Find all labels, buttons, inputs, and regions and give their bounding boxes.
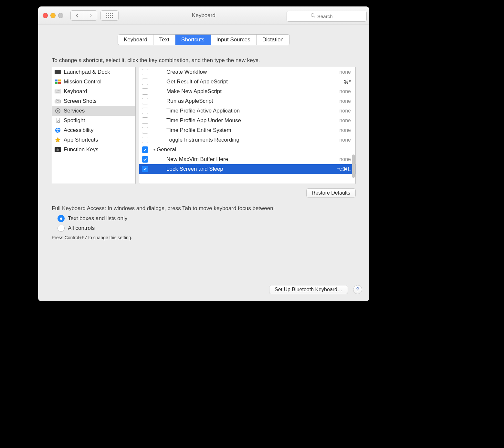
service-label: Run as AppleScript	[165, 98, 339, 104]
service-row-selected[interactable]: Lock Screen and Sleep ⌥⌘L	[139, 164, 355, 174]
checkbox[interactable]	[142, 117, 148, 124]
checkbox[interactable]	[142, 137, 148, 143]
radio-label: Text boxes and lists only	[68, 215, 127, 222]
checkbox[interactable]	[142, 69, 148, 75]
tab-keyboard[interactable]: Keyboard	[118, 35, 153, 45]
show-all-prefs-button[interactable]	[100, 10, 119, 21]
checkbox[interactable]	[142, 127, 148, 133]
tab-input-sources[interactable]: Input Sources	[211, 35, 257, 45]
category-screen-shots[interactable]: Screen Shots	[52, 96, 135, 106]
svg-line-1	[314, 16, 315, 17]
category-label: Keyboard	[64, 88, 87, 95]
search-wrap	[287, 11, 365, 20]
group-label: General	[157, 146, 351, 153]
services-pane: Create Workflow none Get Result of Apple…	[139, 67, 356, 184]
radio-button[interactable]	[58, 225, 65, 232]
service-shortcut[interactable]: ⌥⌘L	[337, 166, 351, 172]
search-input[interactable]	[287, 11, 367, 22]
category-label: Function Keys	[64, 146, 99, 153]
checkbox[interactable]	[142, 108, 148, 114]
checkbox[interactable]	[142, 88, 148, 95]
svg-rect-10	[59, 91, 60, 91]
checkbox[interactable]	[142, 98, 148, 104]
service-row[interactable]: Time Profile Active Application none	[139, 106, 355, 116]
radio-button[interactable]	[58, 215, 65, 222]
app-shortcuts-icon	[55, 137, 61, 143]
service-label: Time Profile App Under Mouse	[165, 117, 339, 124]
category-function-keys[interactable]: fn Function Keys	[52, 145, 135, 155]
traffic-lights	[43, 13, 63, 18]
gear-icon	[55, 108, 61, 114]
fka-option-text-boxes[interactable]: Text boxes and lists only	[58, 214, 369, 223]
fka-option-all-controls[interactable]: All controls	[58, 223, 369, 233]
tabbar: Keyboard Text Shortcuts Input Sources Di…	[38, 35, 369, 45]
service-shortcut[interactable]: none	[339, 69, 351, 75]
service-shortcut[interactable]: none	[339, 137, 351, 143]
svg-point-13	[57, 101, 59, 102]
radio-label: All controls	[68, 225, 95, 231]
forward-button[interactable]	[84, 10, 97, 21]
service-row[interactable]: Create Workflow none	[139, 67, 355, 77]
restore-defaults-button[interactable]: Restore Defaults	[306, 188, 356, 197]
service-row[interactable]: Make New AppleScript none	[139, 87, 355, 96]
service-label: Lock Screen and Sleep	[165, 166, 337, 172]
service-label: Create Workflow	[165, 69, 339, 75]
tabs: Keyboard Text Shortcuts Input Sources Di…	[118, 35, 289, 45]
service-shortcut[interactable]: none	[339, 98, 351, 104]
service-row[interactable]: Get Result of AppleScript ⌘*	[139, 77, 355, 87]
help-button[interactable]: ?	[353, 285, 362, 294]
panes: Launchpad & Dock Mission Control Keyboar…	[52, 67, 356, 184]
launchpad-icon	[55, 70, 61, 74]
service-label: Toggle Instruments Recording	[165, 137, 339, 143]
service-row[interactable]: Time Profile Entire System none	[139, 125, 355, 135]
zoom-button[interactable]	[58, 13, 63, 18]
svg-point-16	[57, 110, 59, 112]
category-mission-control[interactable]: Mission Control	[52, 77, 135, 87]
service-label: Time Profile Active Application	[165, 108, 339, 114]
checkbox[interactable]	[142, 146, 148, 153]
category-label: Spotlight	[64, 117, 85, 124]
checkbox[interactable]	[142, 79, 148, 85]
svg-rect-6	[55, 90, 61, 93]
service-label: Get Result of AppleScript	[165, 79, 344, 85]
search-icon	[310, 13, 316, 18]
category-accessibility[interactable]: Accessibility	[52, 125, 135, 135]
service-shortcut[interactable]: none	[339, 118, 351, 123]
service-row[interactable]: New MacVim Buffer Here none	[139, 155, 355, 164]
disclosure-triangle-icon[interactable]	[153, 146, 157, 153]
back-button[interactable]	[70, 10, 84, 21]
svg-line-19	[59, 122, 60, 123]
category-label: Services	[64, 108, 85, 114]
category-launchpad[interactable]: Launchpad & Dock	[52, 67, 135, 77]
service-shortcut[interactable]: none	[339, 89, 351, 94]
fn-icon: fn	[55, 147, 61, 152]
svg-rect-14	[57, 99, 59, 100]
checkbox[interactable]	[142, 166, 148, 172]
service-shortcut[interactable]: ⌘*	[344, 79, 351, 85]
category-spotlight[interactable]: Spotlight	[52, 116, 135, 125]
keyboard-prefs-window: Keyboard Keyboard Text Shortcuts Input S…	[38, 6, 369, 301]
titlebar: Keyboard	[38, 6, 369, 25]
close-button[interactable]	[43, 13, 48, 18]
service-row[interactable]: Toggle Instruments Recording none	[139, 135, 355, 145]
service-row[interactable]: Time Profile App Under Mouse none	[139, 116, 355, 125]
checkbox[interactable]	[142, 156, 148, 163]
category-app-shortcuts[interactable]: App Shortcuts	[52, 135, 135, 145]
tab-dictation[interactable]: Dictation	[257, 35, 289, 45]
service-row[interactable]: Run as AppleScript none	[139, 96, 355, 106]
setup-bluetooth-keyboard-button[interactable]: Set Up Bluetooth Keyboard…	[269, 285, 348, 294]
service-shortcut[interactable]: none	[339, 156, 351, 162]
service-group-row[interactable]: General	[139, 145, 355, 155]
services-list[interactable]: Create Workflow none Get Result of Apple…	[139, 67, 355, 174]
svg-rect-8	[57, 91, 58, 91]
chevron-right-icon	[89, 13, 92, 18]
service-shortcut[interactable]: none	[339, 127, 351, 133]
category-label: Accessibility	[64, 127, 94, 133]
category-services[interactable]: Services	[52, 106, 135, 116]
category-keyboard[interactable]: Keyboard	[52, 87, 135, 96]
tab-shortcuts[interactable]: Shortcuts	[175, 35, 211, 45]
service-shortcut[interactable]: none	[339, 108, 351, 114]
tab-text[interactable]: Text	[153, 35, 175, 45]
minimize-button[interactable]	[50, 13, 56, 18]
grid-icon	[106, 13, 113, 18]
